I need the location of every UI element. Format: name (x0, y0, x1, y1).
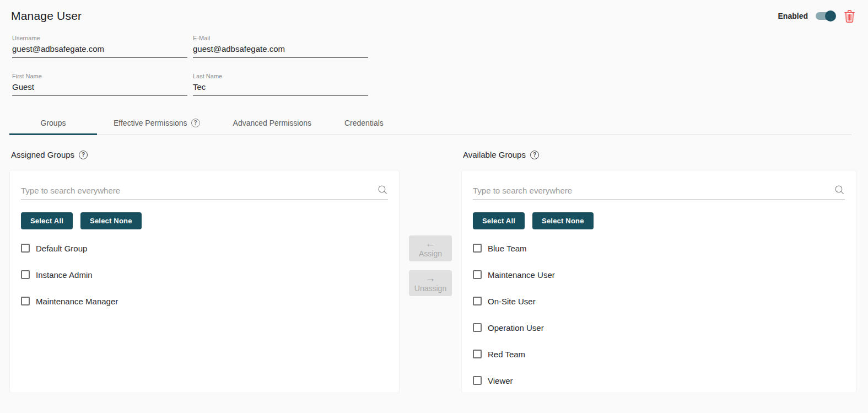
checkbox-unchecked-icon[interactable] (473, 297, 482, 305)
available-search-row (473, 183, 845, 200)
checkbox-unchecked-icon[interactable] (473, 244, 482, 253)
page-header: Manage User Enabled (0, 0, 868, 23)
assigned-groups-list: Default Group Instance Admin Maintenance… (21, 235, 388, 314)
group-label: Blue Team (488, 244, 527, 253)
unassign-button[interactable]: → Unassign (409, 270, 452, 296)
checkbox-unchecked-icon[interactable] (473, 270, 482, 279)
search-icon (378, 185, 388, 195)
toggle-knob-icon (825, 10, 836, 22)
checkbox-unchecked-icon[interactable] (21, 297, 30, 305)
group-label: Default Group (36, 244, 87, 253)
checkbox-unchecked-icon[interactable] (473, 376, 482, 385)
assigned-search-row (21, 183, 388, 200)
enabled-label: Enabled (778, 12, 808, 20)
available-search-input[interactable] (473, 186, 834, 195)
group-row[interactable]: Viewer (473, 367, 845, 393)
help-icon[interactable]: ? (79, 151, 88, 159)
username-field-group: Username (12, 35, 187, 58)
group-row[interactable]: Default Group (21, 235, 388, 261)
tab-effective-permissions[interactable]: Effective Permissions ? (97, 112, 217, 135)
first-name-field-group: First Name (12, 73, 187, 96)
last-name-label: Last Name (193, 73, 368, 79)
arrow-right-icon: → (425, 273, 436, 283)
group-label: Maintenance Manager (36, 297, 118, 306)
checkbox-unchecked-icon[interactable] (21, 244, 30, 253)
checkbox-unchecked-icon[interactable] (473, 350, 482, 358)
assigned-search-input[interactable] (21, 186, 378, 195)
assign-button-label: Assign (419, 249, 442, 259)
user-form: Username E-Mail First Name Last Name (0, 23, 868, 96)
available-groups-header: Available Groups ? (463, 150, 856, 159)
transfer-actions-column: ← Assign → Unassign (400, 150, 461, 393)
first-name-label: First Name (12, 73, 187, 79)
assigned-select-all-button[interactable]: Select All (21, 212, 73, 229)
checkbox-unchecked-icon[interactable] (473, 323, 482, 332)
help-icon[interactable]: ? (530, 151, 539, 159)
enabled-toggle[interactable] (815, 10, 836, 22)
email-field-group: E-Mail (193, 35, 368, 58)
group-row[interactable]: Maintenance Manager (21, 288, 388, 314)
group-row[interactable]: Instance Admin (21, 261, 388, 288)
checkbox-unchecked-icon[interactable] (21, 270, 30, 279)
group-label: Viewer (488, 376, 513, 385)
group-row[interactable]: Blue Team (473, 235, 845, 261)
assigned-groups-header: Assigned Groups ? (11, 150, 400, 159)
available-groups-list: Blue Team Maintenance User On-Site User (473, 235, 845, 393)
group-row[interactable]: Maintenance User (473, 261, 845, 288)
trash-icon (843, 9, 856, 23)
arrow-left-icon: ← (425, 238, 436, 249)
assign-button[interactable]: ← Assign (409, 235, 452, 261)
group-row[interactable]: Operation User (473, 314, 845, 341)
assigned-groups-panel: Select All Select None Default Group Ins… (9, 170, 400, 393)
last-name-input[interactable] (193, 81, 368, 96)
first-name-input[interactable] (12, 81, 187, 96)
group-label: Red Team (488, 350, 525, 359)
assigned-groups-title: Assigned Groups (11, 150, 74, 159)
tab-effective-permissions-label: Effective Permissions (114, 119, 187, 127)
assigned-groups-column: Assigned Groups ? Select All Select None… (9, 150, 400, 393)
group-label: On-Site User (488, 297, 536, 306)
available-select-none-button[interactable]: Select None (532, 212, 594, 229)
email-input[interactable] (193, 43, 368, 58)
last-name-field-group: Last Name (193, 73, 368, 96)
group-label: Maintenance User (488, 270, 555, 280)
email-label: E-Mail (193, 35, 368, 41)
tab-credentials[interactable]: Credentials (328, 112, 400, 135)
tab-groups[interactable]: Groups (9, 112, 97, 135)
groups-content: Assigned Groups ? Select All Select None… (0, 135, 868, 393)
tab-advanced-permissions[interactable]: Advanced Permissions (217, 112, 328, 135)
username-input[interactable] (12, 43, 187, 58)
username-label: Username (12, 35, 187, 41)
assigned-select-buttons: Select All Select None (21, 212, 388, 229)
group-label: Instance Admin (36, 270, 93, 280)
available-select-buttons: Select All Select None (473, 212, 845, 229)
group-row[interactable]: Red Team (473, 341, 845, 367)
help-icon[interactable]: ? (191, 119, 200, 127)
tab-credentials-label: Credentials (344, 119, 384, 127)
available-groups-panel: Select All Select None Blue Team Mainten… (461, 170, 856, 393)
tab-advanced-permissions-label: Advanced Permissions (233, 119, 311, 127)
group-label: Operation User (488, 323, 544, 332)
available-select-all-button[interactable]: Select All (473, 212, 525, 229)
group-row[interactable]: On-Site User (473, 288, 845, 314)
header-controls: Enabled (778, 9, 856, 23)
tab-groups-label: Groups (41, 119, 66, 127)
tab-bar: Groups Effective Permissions ? Advanced … (9, 112, 851, 135)
page-title: Manage User (11, 9, 82, 23)
unassign-button-label: Unassign (414, 284, 446, 293)
delete-user-button[interactable] (843, 9, 856, 23)
assigned-select-none-button[interactable]: Select None (80, 212, 142, 229)
search-icon (834, 185, 845, 195)
available-groups-column: Available Groups ? Select All Select Non… (461, 150, 856, 393)
available-groups-title: Available Groups (463, 150, 526, 159)
